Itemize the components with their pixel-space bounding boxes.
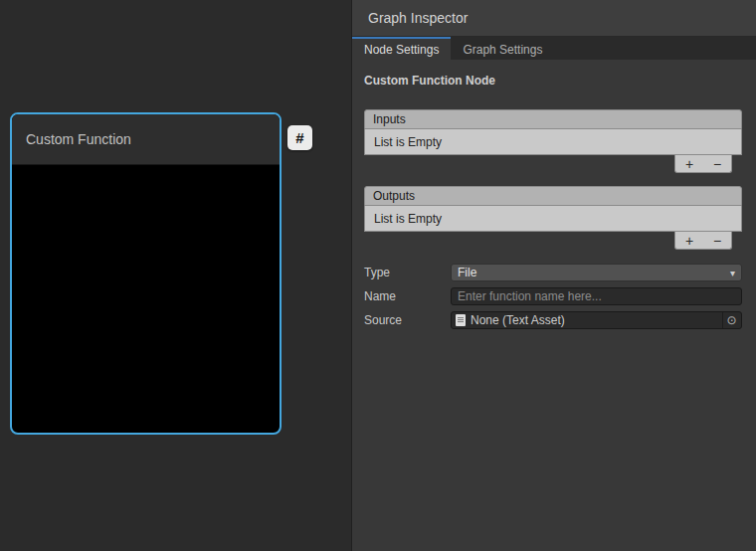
type-label: Type: [364, 266, 451, 279]
tab-graph-settings-label: Graph Settings: [463, 43, 542, 57]
tab-graph-settings[interactable]: Graph Settings: [451, 37, 554, 60]
outputs-list-header[interactable]: Outputs: [364, 186, 742, 206]
outputs-list-body: List is Empty: [364, 206, 742, 232]
inputs-list: Inputs List is Empty + −: [364, 109, 742, 175]
hash-glyph: #: [295, 129, 303, 146]
inputs-empty-text: List is Empty: [374, 135, 442, 149]
node-header[interactable]: Custom Function: [12, 114, 280, 165]
inspector-tabbar: Node Settings Graph Settings: [352, 37, 756, 60]
outputs-add-button[interactable]: +: [675, 232, 703, 249]
inspector-title: Graph Inspector: [368, 10, 468, 26]
inputs-remove-button[interactable]: −: [703, 155, 731, 172]
source-field-row: Source None (Text Asset) ⊙: [364, 311, 742, 329]
inputs-list-header[interactable]: Inputs: [364, 109, 742, 129]
inputs-list-body: List is Empty: [364, 129, 742, 155]
outputs-footer-buttons: + −: [674, 232, 732, 250]
outputs-remove-button[interactable]: −: [703, 232, 731, 249]
inspector-content: Custom Function Node Inputs List is Empt…: [352, 60, 756, 329]
name-label: Name: [364, 289, 451, 303]
function-name-input[interactable]: [451, 287, 742, 305]
outputs-list: Outputs List is Empty + −: [364, 186, 742, 252]
source-label: Source: [364, 313, 451, 327]
inputs-footer-buttons: + −: [674, 155, 732, 173]
outputs-empty-text: List is Empty: [374, 212, 442, 226]
custom-function-node[interactable]: Custom Function: [10, 112, 282, 435]
text-asset-icon: [456, 314, 466, 326]
source-object-value: None (Text Asset): [471, 313, 722, 327]
type-field-row: Type File ▾: [364, 264, 742, 281]
graph-canvas[interactable]: Custom Function #: [0, 0, 352, 551]
node-title: Custom Function: [26, 131, 131, 147]
source-object-field[interactable]: None (Text Asset) ⊙: [451, 311, 742, 329]
outputs-list-footer: + −: [364, 232, 742, 252]
outputs-list-title: Outputs: [373, 189, 415, 203]
name-field-row: Name: [364, 287, 742, 305]
inputs-add-button[interactable]: +: [675, 155, 703, 172]
chevron-down-icon: ▾: [730, 268, 735, 278]
hash-badge-icon[interactable]: #: [287, 125, 312, 150]
object-picker-icon[interactable]: ⊙: [722, 312, 740, 328]
section-title: Custom Function Node: [364, 74, 742, 88]
tab-node-settings-label: Node Settings: [364, 43, 439, 57]
inspector-header[interactable]: Graph Inspector: [352, 0, 756, 37]
inputs-list-title: Inputs: [373, 112, 406, 126]
graph-inspector-panel: Graph Inspector Node Settings Graph Sett…: [351, 0, 756, 551]
field-rows: Type File ▾ Name Source None (Text Asset…: [364, 264, 742, 329]
tab-node-settings[interactable]: Node Settings: [352, 37, 451, 60]
type-dropdown-value: File: [458, 266, 730, 279]
type-dropdown[interactable]: File ▾: [451, 264, 742, 281]
inputs-list-footer: + −: [364, 155, 742, 175]
